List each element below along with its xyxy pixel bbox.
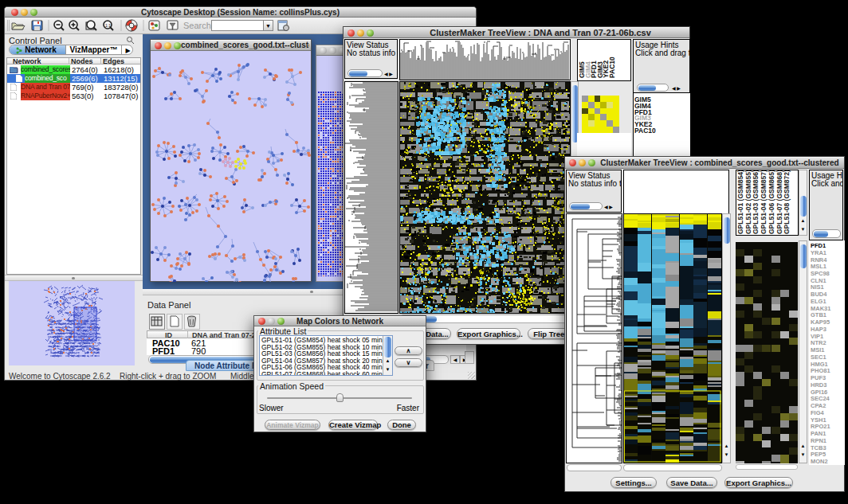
svg-text:1:1: 1:1 <box>105 23 111 28</box>
